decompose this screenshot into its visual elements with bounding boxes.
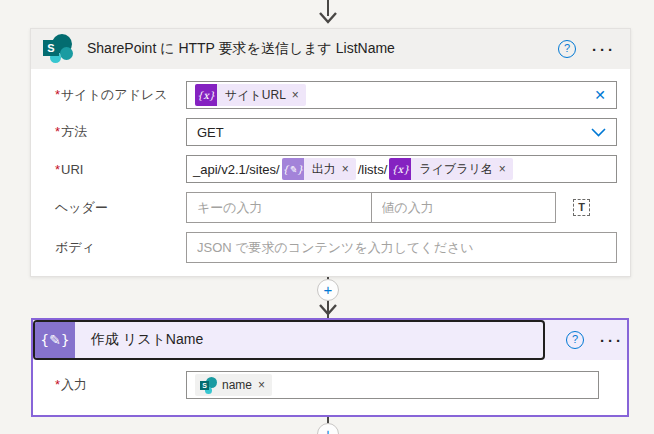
- insert-step-button[interactable]: +: [317, 423, 339, 434]
- token-output[interactable]: {✎} 出力 ×: [282, 158, 356, 180]
- compose-title-focus-box[interactable]: {✎} 作成 リストName: [33, 320, 545, 360]
- token-remove-icon[interactable]: ×: [290, 88, 306, 102]
- field-row-method: *方法 GET: [55, 118, 617, 146]
- field-label: *URI: [55, 162, 186, 177]
- card-title: 作成 リストName: [91, 331, 203, 349]
- uri-text-prefix: _api/v2.1/sites/: [193, 162, 280, 177]
- header-key-input[interactable]: [187, 193, 371, 222]
- arrow-down-icon: [319, 12, 337, 24]
- field-label: ボディ: [55, 239, 186, 257]
- uri-text-mid: /lists/: [358, 162, 388, 177]
- token-site-url[interactable]: {x} サイトURL ×: [195, 84, 306, 106]
- uri-input[interactable]: _api/v2.1/sites/ {✎} 出力 × /lists/ {x} ライ…: [186, 155, 617, 183]
- field-label: *サイトのアドレス: [55, 86, 186, 104]
- field-label: *入力: [55, 376, 186, 394]
- more-menu-icon[interactable]: ···: [592, 41, 616, 58]
- token-remove-icon[interactable]: ×: [497, 162, 513, 176]
- method-selected-value: GET: [193, 125, 610, 140]
- token-remove-icon[interactable]: ×: [340, 162, 356, 176]
- card-header-sharepoint-http[interactable]: S SharePoint に HTTP 要求を送信します ListName ? …: [31, 29, 630, 69]
- headers-key-value-inputs: [186, 192, 556, 223]
- help-icon[interactable]: ?: [558, 40, 576, 58]
- token-library-name[interactable]: {x} ライブラリ名 ×: [389, 158, 512, 180]
- variable-icon: {x}: [389, 158, 411, 180]
- card-title: SharePoint に HTTP 要求を送信します ListName: [87, 40, 558, 58]
- body-input[interactable]: [186, 232, 617, 263]
- token-name[interactable]: S name ×: [195, 374, 272, 396]
- field-row-site-address: *サイトのアドレス {x} サイトURL × ✕: [55, 81, 617, 109]
- card-header-compose[interactable]: {✎} 作成 リストName ? ···: [33, 320, 627, 360]
- insert-step-button[interactable]: +: [317, 279, 339, 301]
- sharepoint-logo-icon: S: [43, 33, 73, 65]
- variable-icon: {x}: [195, 84, 217, 106]
- header-value-input[interactable]: [371, 193, 556, 222]
- compose-icon: {✎}: [282, 158, 304, 180]
- method-dropdown[interactable]: GET: [186, 118, 617, 146]
- action-card-sharepoint-http: S SharePoint に HTTP 要求を送信します ListName ? …: [30, 28, 631, 277]
- field-row-headers: ヘッダー T: [55, 192, 617, 223]
- switch-to-text-mode-icon[interactable]: T: [573, 199, 590, 216]
- action-card-compose: {✎} 作成 リストName ? ··· *入力 S name ×: [31, 318, 629, 417]
- field-label: ヘッダー: [55, 199, 186, 217]
- flow-designer-canvas: S SharePoint に HTTP 要求を送信します ListName ? …: [0, 0, 654, 434]
- token-remove-icon[interactable]: ×: [256, 378, 272, 392]
- arrow-down-icon: [319, 304, 337, 316]
- field-row-body: ボディ: [55, 232, 617, 263]
- sharepoint-mini-icon: S: [200, 377, 217, 394]
- more-menu-icon[interactable]: ···: [600, 332, 624, 349]
- card-body: *サイトのアドレス {x} サイトURL × ✕ *方法 GET: [31, 69, 630, 276]
- chevron-down-icon[interactable]: [591, 128, 606, 137]
- required-mark: *: [55, 87, 60, 102]
- field-row-uri: *URI _api/v2.1/sites/ {✎} 出力 × /lists/ {…: [55, 155, 617, 183]
- card-body: *入力 S name ×: [33, 360, 627, 413]
- site-address-input[interactable]: {x} サイトURL × ✕: [186, 81, 617, 109]
- field-label: *方法: [55, 123, 186, 141]
- compose-inputs-field[interactable]: S name ×: [186, 371, 599, 399]
- clear-field-icon[interactable]: ✕: [594, 87, 606, 103]
- help-icon[interactable]: ?: [566, 331, 584, 349]
- compose-action-icon: {✎}: [35, 320, 75, 360]
